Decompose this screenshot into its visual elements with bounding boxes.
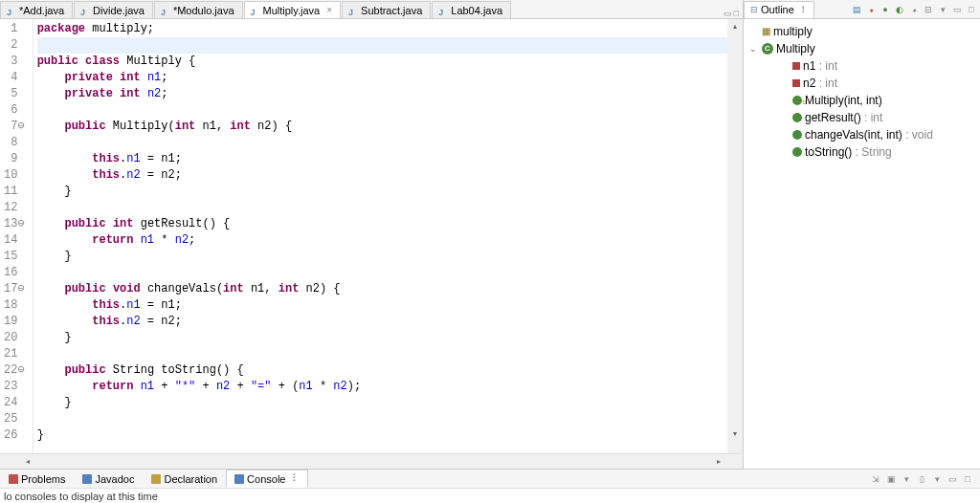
method-icon xyxy=(792,130,802,140)
outline-member[interactable]: changeVals(int, int) : void xyxy=(746,126,978,143)
outline-member[interactable]: toString() : String xyxy=(746,143,978,161)
outline-tree: ▦multiply⌄CMultiplyn1 : intn2 : intMulti… xyxy=(744,19,980,164)
scroll-left-icon[interactable]: ◂ xyxy=(21,454,34,469)
line-number-gutter: 1 2 3 4 5 6 7⊖ 8 9 10 11 12 13⊖ 14 15 16… xyxy=(0,19,33,453)
java-file-icon xyxy=(80,6,90,15)
minimize-icon[interactable]: ▭ xyxy=(724,9,732,18)
code-line[interactable]: private int n2; xyxy=(37,87,168,100)
class-icon: C xyxy=(762,43,773,55)
outline-member-label: n2 : int xyxy=(803,75,837,92)
code-line[interactable]: this.n2 = n2; xyxy=(37,168,182,182)
editor-pane: *Add.javaDivide.java*Modulo.javaMultiply… xyxy=(0,0,744,469)
console-dropdown2-icon[interactable]: ▾ xyxy=(930,472,944,486)
outline-package[interactable]: ▦multiply xyxy=(746,23,978,40)
editor-tab[interactable]: *Modulo.java xyxy=(154,1,243,18)
view-tab-console[interactable]: Console⠇ xyxy=(226,470,308,488)
bottom-views-toolbar: ⇲ ▣ ▾ ▯ ▾ ▭ □ xyxy=(869,472,980,486)
outline-tab[interactable]: ⊟ Outline ⠇ xyxy=(744,1,814,18)
view-tab-javadoc[interactable]: Javadoc xyxy=(74,470,143,488)
console-dropdown-icon[interactable]: ▾ xyxy=(900,472,913,486)
code-line[interactable]: this.n1 = n1; xyxy=(37,298,182,312)
code-line[interactable]: } xyxy=(37,428,44,442)
view-menu-icon[interactable]: ⠇ xyxy=(292,472,300,485)
code-line[interactable]: package multiply; xyxy=(37,22,154,35)
scroll-right-icon[interactable]: ▸ xyxy=(712,454,725,469)
tab-label: *Add.java xyxy=(19,5,64,16)
code-line[interactable]: public String toString() { xyxy=(37,363,244,377)
vertical-scrollbar[interactable]: ▴ ▾ xyxy=(727,19,743,453)
maximize-icon[interactable]: □ xyxy=(734,9,739,18)
code-line[interactable]: this.n1 = n1; xyxy=(37,152,182,165)
outline-title: Outline xyxy=(761,4,794,15)
java-file-icon xyxy=(251,6,260,15)
outline-member[interactable]: n1 : int xyxy=(746,57,978,75)
javadoc-icon xyxy=(82,474,92,484)
collapse-icon[interactable]: ⌄ xyxy=(749,40,759,57)
console-icon xyxy=(234,474,244,484)
editor-tab[interactable]: Subtract.java xyxy=(342,1,431,18)
main-area: *Add.javaDivide.java*Modulo.javaMultiply… xyxy=(0,0,980,469)
code-line[interactable]: } xyxy=(37,396,72,409)
code-line[interactable]: public Multiply(int n1, int n2) { xyxy=(37,120,293,133)
outline-class[interactable]: ⌄CMultiply xyxy=(746,40,978,57)
view-tab-label: Problems xyxy=(21,473,65,485)
hide-local-icon[interactable]: ⬥ xyxy=(907,3,921,16)
code-line[interactable]: return n1 * n2; xyxy=(37,233,196,247)
code-line[interactable]: return n1 + "*" + n2 + "=" + (n1 * n2); xyxy=(37,380,362,393)
outline-member-label: getResult() : int xyxy=(805,109,882,126)
view-tab-problems[interactable]: Problems xyxy=(0,470,74,488)
outline-member[interactable]: n2 : int xyxy=(746,75,978,92)
constructor-icon xyxy=(792,96,802,105)
view-menu-icon[interactable]: ▾ xyxy=(936,3,949,16)
scroll-up-icon[interactable]: ▴ xyxy=(727,19,743,33)
sort-icon[interactable]: ▤ xyxy=(850,3,863,16)
method-icon xyxy=(792,147,802,157)
outline-member[interactable]: Multiply(int, int) xyxy=(746,92,978,109)
bottom-views-bar: ProblemsJavadocDeclarationConsole⠇ ⇲ ▣ ▾… xyxy=(0,469,980,488)
tab-label: Subtract.java xyxy=(361,5,422,16)
minimize-view-icon[interactable]: ▭ xyxy=(950,3,964,16)
code-line[interactable]: private int n1; xyxy=(37,71,168,84)
editor-body: 1 2 3 4 5 6 7⊖ 8 9 10 11 12 13⊖ 14 15 16… xyxy=(0,19,743,453)
code-area[interactable]: package multiply; public class Multiply … xyxy=(33,19,727,453)
open-console-icon[interactable]: ▯ xyxy=(915,472,928,486)
close-icon[interactable]: × xyxy=(326,5,332,15)
java-file-icon xyxy=(7,6,16,15)
editor-tab[interactable]: Lab04.java xyxy=(432,1,511,18)
outline-menu-icon[interactable]: ⠇ xyxy=(801,5,808,15)
outline-toolbar: ▤ ⬥ ● ◐ ⬥ ⊟ ▾ ▭ □ xyxy=(850,3,980,16)
view-tab-declaration[interactable]: Declaration xyxy=(143,470,226,488)
scroll-down-icon[interactable]: ▾ xyxy=(727,426,743,440)
editor-tab[interactable]: Multiply.java× xyxy=(244,1,342,18)
hide-fields-icon[interactable]: ⬥ xyxy=(864,3,878,16)
editor-tab[interactable]: *Add.java xyxy=(0,1,73,18)
tab-label: *Modulo.java xyxy=(173,5,234,16)
code-line[interactable]: } xyxy=(37,331,72,344)
view-tab-label: Console xyxy=(247,473,285,485)
package-icon: ▦ xyxy=(762,23,770,40)
code-line[interactable]: public class Multiply { xyxy=(37,55,196,68)
editor-tab[interactable]: Divide.java xyxy=(74,1,153,18)
outline-member[interactable]: getResult() : int xyxy=(746,109,978,126)
maximize-view-icon[interactable]: □ xyxy=(965,3,978,16)
code-line[interactable] xyxy=(37,37,727,54)
code-line[interactable]: this.n2 = n2; xyxy=(37,315,182,328)
code-line[interactable]: public int getResult() { xyxy=(37,217,231,230)
min-bottom-icon[interactable]: ▭ xyxy=(946,472,959,486)
code-line[interactable]: public void changeVals(int n1, int n2) { xyxy=(37,282,341,295)
view-tab-label: Declaration xyxy=(164,473,217,485)
tab-label: Lab04.java xyxy=(451,5,502,16)
outline-member-label: toString() : String xyxy=(805,143,892,161)
code-line[interactable]: } xyxy=(37,185,72,198)
java-file-icon xyxy=(348,6,358,15)
java-file-icon xyxy=(161,6,170,15)
hide-nonpublic-icon[interactable]: ◐ xyxy=(893,3,906,16)
hide-static-icon[interactable]: ● xyxy=(879,3,892,16)
max-bottom-icon[interactable]: □ xyxy=(961,472,974,486)
outline-member-label: Multiply(int, int) xyxy=(805,92,882,109)
horizontal-scrollbar[interactable]: ◂ ▸ xyxy=(0,453,743,469)
pin-console-icon[interactable]: ⇲ xyxy=(869,472,882,486)
code-line[interactable]: } xyxy=(37,250,72,263)
focus-icon[interactable]: ⊟ xyxy=(922,3,935,16)
display-console-icon[interactable]: ▣ xyxy=(884,472,898,486)
